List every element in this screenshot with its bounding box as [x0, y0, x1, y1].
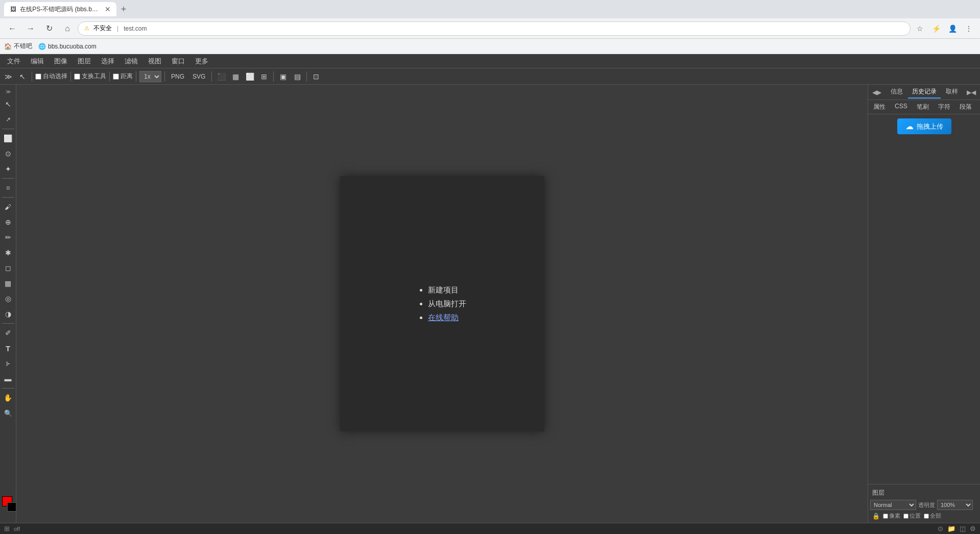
distance-checkbox[interactable]: 距离	[113, 72, 133, 81]
menu-filter[interactable]: 滤镜	[119, 56, 143, 67]
auto-select-checkbox[interactable]: 自动选择	[35, 72, 67, 81]
move-tool-btn[interactable]: ↖	[16, 70, 29, 83]
canvas-content: 新建项目 从电脑打开 在线帮助	[418, 281, 466, 327]
lock-all-option[interactable]: 全部	[924, 512, 941, 520]
stamp-btn[interactable]: ✱	[1, 246, 15, 260]
distance-input[interactable]	[113, 74, 119, 80]
gradient-btn[interactable]: ▦	[1, 276, 15, 290]
menu-view[interactable]: 视图	[143, 56, 166, 67]
direct-select-btn[interactable]: ↗	[1, 112, 15, 127]
lock-all-checkbox[interactable]	[924, 514, 929, 519]
svg-format-btn[interactable]: SVG	[189, 70, 208, 83]
menu-select[interactable]: 选择	[96, 56, 119, 67]
menu-btn[interactable]: ⋮	[962, 21, 976, 36]
status-icon-1: ⊞	[4, 525, 10, 532]
panel-section-properties[interactable]: 属性	[869, 101, 890, 113]
color-indicator[interactable]	[2, 496, 17, 515]
distribute-v-btn[interactable]: ⊡	[310, 70, 322, 83]
align-right-btn[interactable]: ⬜	[244, 70, 256, 83]
browser-chrome: 🖼 在线PS-不错吧源码 (bbs.bucu... ✕ + ← → ↻ ⌂ ⚠ …	[0, 0, 980, 54]
menu-image[interactable]: 图像	[49, 56, 73, 67]
lock-pixels-checkbox[interactable]	[883, 514, 888, 519]
panel-section-brush[interactable]: 笔刷	[913, 101, 933, 113]
zoom-select[interactable]: 1x	[139, 71, 161, 82]
pen-btn[interactable]: ✐	[1, 326, 15, 340]
home-button[interactable]: ⌂	[59, 20, 76, 37]
align-top-btn[interactable]: ▣	[277, 70, 289, 83]
online-help-link[interactable]: 在线帮助	[428, 313, 459, 322]
lock-pixels-option[interactable]: 像素	[883, 512, 900, 520]
type-btn[interactable]: T	[1, 341, 15, 355]
selection-tool-btn[interactable]: ↖	[1, 97, 15, 111]
tab-close-btn[interactable]: ✕	[105, 5, 110, 13]
menu-edit[interactable]: 编辑	[26, 56, 49, 67]
security-badge: ⚠	[84, 25, 89, 32]
lock-position-option[interactable]: 位置	[903, 512, 921, 520]
menu-layer[interactable]: 图层	[73, 56, 96, 67]
bookmark-item-1[interactable]: 🏠 不错吧	[4, 42, 32, 51]
app-container: 文件 编辑 图像 图层 选择 滤镜 视图 窗口 更多 ≫ ↖ 自动选择 支换工具…	[0, 54, 980, 534]
canvas-item-2[interactable]: 从电脑打开	[428, 299, 466, 309]
zoom-btn[interactable]: 🔍	[1, 406, 15, 420]
panel-tab-history[interactable]: 历史记录	[908, 86, 941, 99]
switch-tool-checkbox[interactable]: 支换工具	[74, 72, 106, 81]
panel-section-character[interactable]: 字符	[934, 101, 954, 113]
bookmark-icon-1: 🏠	[4, 43, 12, 50]
forward-button[interactable]: →	[22, 20, 39, 37]
left-panel-collapse[interactable]: ≫	[1, 87, 15, 96]
panel-tab-info[interactable]: 信息	[887, 86, 907, 99]
align-left-btn[interactable]: ⬛	[215, 70, 227, 83]
blur-btn[interactable]: ◎	[1, 292, 15, 306]
bookmark-label-2: bbs.bucuoba.com	[48, 43, 97, 50]
layer-header: 图层	[870, 487, 978, 499]
bookmark-btn[interactable]: ☆	[913, 21, 927, 36]
panel-section-css[interactable]: CSS	[891, 101, 912, 113]
align-center-h-btn[interactable]: ▦	[229, 70, 242, 83]
canvas-item-3[interactable]: 在线帮助	[428, 313, 466, 323]
panel-tab-sample[interactable]: 取样	[942, 86, 962, 99]
menu-more[interactable]: 更多	[190, 56, 213, 67]
brush-btn[interactable]: 🖌	[1, 200, 15, 214]
tab-title: 在线PS-不错吧源码 (bbs.bucu...	[20, 5, 101, 14]
png-format-btn[interactable]: PNG	[168, 70, 187, 83]
extension-btn[interactable]: ⚡	[929, 21, 943, 36]
hand-btn[interactable]: ✋	[1, 391, 15, 405]
upload-button[interactable]: ☁ 拖拽上传	[897, 118, 951, 134]
blend-mode-select[interactable]: Normal	[870, 500, 916, 510]
healing-btn[interactable]: ⊕	[1, 215, 15, 229]
canvas-item-1[interactable]: 新建项目	[428, 285, 466, 295]
auto-select-input[interactable]	[35, 74, 41, 80]
crop-btn[interactable]: ⌗	[1, 181, 15, 195]
tool-options-toggle[interactable]: ≫	[2, 70, 14, 83]
status-icon-4: ◫	[960, 525, 966, 532]
switch-tool-input[interactable]	[74, 74, 80, 80]
magic-wand-btn[interactable]: ✦	[1, 162, 15, 176]
pencil-btn[interactable]: ✏	[1, 230, 15, 245]
canvas-document[interactable]: 新建项目 从电脑打开 在线帮助	[340, 176, 544, 431]
panel-section-paragraph[interactable]: 段落	[955, 101, 976, 113]
menu-window[interactable]: 窗口	[166, 56, 190, 67]
refresh-button[interactable]: ↻	[41, 20, 57, 37]
panel-collapse-left[interactable]: ◀▶	[870, 89, 883, 96]
account-btn[interactable]: 👤	[945, 21, 960, 36]
rect-marquee-btn[interactable]: ⬜	[1, 131, 15, 145]
lasso-btn[interactable]: ⊙	[1, 147, 15, 161]
distribute-h-btn[interactable]: ⊞	[258, 70, 270, 83]
menu-file[interactable]: 文件	[2, 56, 26, 67]
panel-collapse-right[interactable]: ▶◀	[965, 89, 978, 96]
align-center-v-btn[interactable]: ▤	[291, 70, 303, 83]
background-color[interactable]	[7, 502, 16, 512]
shape-btn[interactable]: ▬	[1, 372, 15, 386]
dodge-btn[interactable]: ◑	[1, 307, 15, 321]
panel-tabs-top: ◀▶ 信息 历史记录 取样 ▶◀	[868, 85, 980, 100]
address-bar[interactable]: ⚠ 不安全 | test.com	[78, 21, 911, 36]
path-select-btn[interactable]: ⊱	[1, 356, 15, 371]
lock-position-checkbox[interactable]	[903, 514, 909, 519]
back-button[interactable]: ←	[4, 20, 20, 37]
opacity-select[interactable]: 100%	[937, 500, 973, 510]
new-tab-button[interactable]: +	[116, 2, 131, 16]
active-tab[interactable]: 🖼 在线PS-不错吧源码 (bbs.bucu... ✕	[4, 2, 116, 16]
bookmark-item-2[interactable]: 🌐 bbs.bucuoba.com	[38, 43, 97, 50]
eraser-btn[interactable]: ◻	[1, 261, 15, 275]
upload-button-label: 拖拽上传	[917, 122, 943, 131]
